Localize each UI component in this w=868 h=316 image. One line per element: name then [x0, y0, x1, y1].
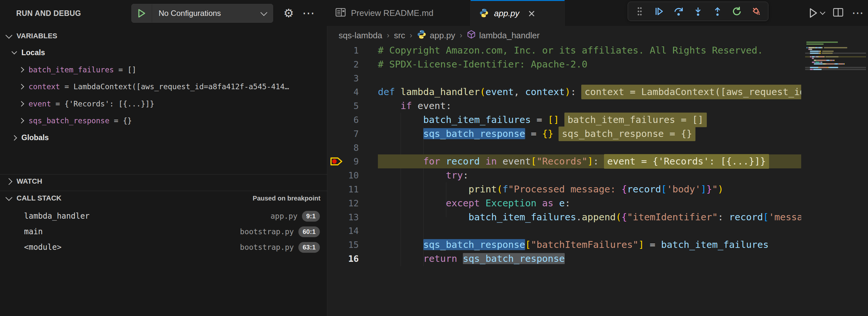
line-number: 10 [327, 168, 359, 182]
variable-name: sqs_batch_response [29, 117, 109, 125]
code-text: # Copyright Amazon.com, Inc. or its affi… [378, 43, 763, 57]
chevron-right-icon [19, 101, 24, 106]
launch-config-label: No Configurations [152, 9, 255, 18]
run-python-file-button[interactable] [808, 8, 825, 18]
inline-debug-value: event = {'Records': [{...}]} [604, 154, 769, 169]
section-divider [0, 191, 327, 191]
code-text: for record in event["Records"]: [378, 154, 599, 168]
code-line-10[interactable]: 10 try: [327, 168, 801, 182]
minimap-line [805, 65, 867, 66]
variable-name: batch_item_failures [29, 66, 114, 74]
variables-group-locals[interactable]: Locals [0, 45, 339, 60]
code-line-8[interactable]: 8 [327, 141, 801, 155]
editor-actions: ⋯ [808, 0, 864, 26]
watch-section-header[interactable]: WATCH [0, 175, 327, 188]
code-line-16[interactable]: 16 return sqs_batch_response [327, 252, 801, 266]
code-text: if event: [378, 99, 452, 113]
line-number: 14 [327, 224, 359, 238]
minimap-line [805, 45, 867, 46]
frame-name: lambda_handler [24, 212, 90, 221]
line-number: 1 [327, 43, 359, 57]
line-number: 11 [327, 182, 359, 196]
minimap-line [805, 43, 867, 45]
code-line-5[interactable]: 5 if event: [327, 99, 801, 113]
more-actions-icon[interactable]: ⋯ [852, 6, 864, 20]
line-number: 7 [327, 127, 359, 141]
inline-debug-value: context = LambdaContext([aws_request_id=… [581, 85, 801, 99]
code-line-6[interactable]: 6 batch_item_failures = []batch_item_fai… [327, 113, 801, 127]
variable-row-sqs_batch_response[interactable]: sqs_batch_response = {} [0, 113, 346, 128]
code-text: except Exception as e: [378, 196, 570, 210]
split-editor-icon[interactable] [833, 7, 843, 19]
line-number: 13 [327, 210, 359, 224]
minimap-line [805, 60, 867, 61]
frame-position-badge: 9:1 [302, 211, 320, 222]
vscode-window: RUN AND DEBUG No Configurations ⚙ ⋯ VARI… [0, 0, 868, 316]
line-number: 5 [327, 99, 359, 113]
variable-name: context [29, 83, 60, 91]
group-label: Locals [22, 48, 45, 57]
variable-row-batch_item_failures[interactable]: batch_item_failures = [] [0, 62, 346, 77]
variables-section-header[interactable]: VARIABLES [0, 29, 327, 43]
code-text: print(f"Processed message: {record['body… [378, 182, 723, 196]
code-line-13[interactable]: 13 batch_item_failures.append({"itemIden… [327, 210, 801, 224]
frame-file: app.py [271, 212, 298, 220]
frame-file: bootstrap.py [240, 243, 294, 251]
variable-value: [] [127, 66, 136, 74]
code-line-2[interactable]: 2# SPDX-License-Identifier: Apache-2.0 [327, 57, 801, 71]
minimap[interactable] [805, 40, 867, 79]
minimap-line [805, 63, 867, 65]
frame-position-badge: 60:1 [299, 226, 320, 237]
equals: = [114, 66, 127, 74]
code-line-14[interactable]: 14 [327, 224, 801, 238]
chevron-right-icon [5, 178, 12, 185]
code-line-4[interactable]: 4def lambda_handler(event, context):cont… [327, 85, 801, 99]
code-line-11[interactable]: 11 print(f"Processed message: {record['b… [327, 182, 801, 196]
line-number: 3 [327, 71, 359, 85]
variables-group-globals[interactable]: Globals [0, 130, 339, 146]
code-line-3[interactable]: 3 [327, 71, 801, 85]
stack-frame-main[interactable]: mainbootstrap.py60:1 [0, 224, 327, 239]
group-label: Globals [22, 133, 49, 142]
code-line-9[interactable]: 9 for record in event["Records"]:event =… [327, 154, 801, 168]
minimap-line [805, 41, 867, 43]
chevron-down-icon [12, 49, 17, 55]
code-line-12[interactable]: 12 except Exception as e: [327, 196, 801, 210]
chevron-right-icon [19, 67, 24, 72]
launch-config-dropdown[interactable]: No Configurations [131, 4, 273, 23]
minimap-line [805, 67, 867, 68]
sidebar-header: RUN AND DEBUG No Configurations ⚙ ⋯ [0, 0, 327, 26]
chevron-down-icon [255, 11, 273, 16]
sidebar-title: RUN AND DEBUG [16, 9, 81, 18]
line-number: 9 [327, 154, 359, 168]
variable-value: LambdaContext([aws_request_id=a8fa412f-a… [73, 83, 289, 91]
equals: = [51, 100, 65, 108]
chevron-right-icon [19, 84, 24, 90]
stack-frame-module[interactable]: <module>bootstrap.py63:1 [0, 240, 327, 255]
minimap-line [805, 56, 867, 57]
variable-name: event [29, 100, 51, 108]
call-stack-section-header[interactable]: CALL STACK Paused on breakpoint [0, 191, 327, 205]
chevron-down-icon [5, 32, 12, 39]
code-editor[interactable]: 1# Copyright Amazon.com, Inc. or its aff… [327, 0, 801, 316]
inline-debug-value: sqs_batch_response = {} [559, 127, 695, 141]
variable-row-event[interactable]: event = {'Records': [{...}]} [0, 96, 346, 112]
line-number: 2 [327, 57, 359, 71]
stack-frame-lambda_handler[interactable]: lambda_handlerapp.py9:1 [0, 209, 327, 224]
chevron-down-icon [820, 9, 826, 15]
minimap-line [805, 69, 867, 70]
frame-name: main [24, 227, 43, 236]
code-text: def lambda_handler(event, context): [378, 85, 576, 99]
ellipsis-icon[interactable]: ⋯ [301, 5, 317, 21]
chevron-right-icon [19, 118, 24, 124]
variable-row-context[interactable]: context = LambdaContext([aws_request_id=… [0, 79, 346, 94]
code-text: return sqs_batch_response [378, 252, 565, 266]
code-line-7[interactable]: 7 sqs_batch_response = {}sqs_batch_respo… [327, 127, 801, 141]
minimap-line [805, 62, 867, 63]
gear-icon[interactable]: ⚙ [281, 5, 297, 21]
code-line-15[interactable]: 15 sqs_batch_response["batchItemFailures… [327, 238, 801, 252]
start-debug-icon[interactable] [132, 4, 152, 22]
code-line-1[interactable]: 1# Copyright Amazon.com, Inc. or its aff… [327, 43, 801, 57]
chevron-right-icon [12, 135, 17, 140]
line-number: 8 [327, 141, 359, 155]
